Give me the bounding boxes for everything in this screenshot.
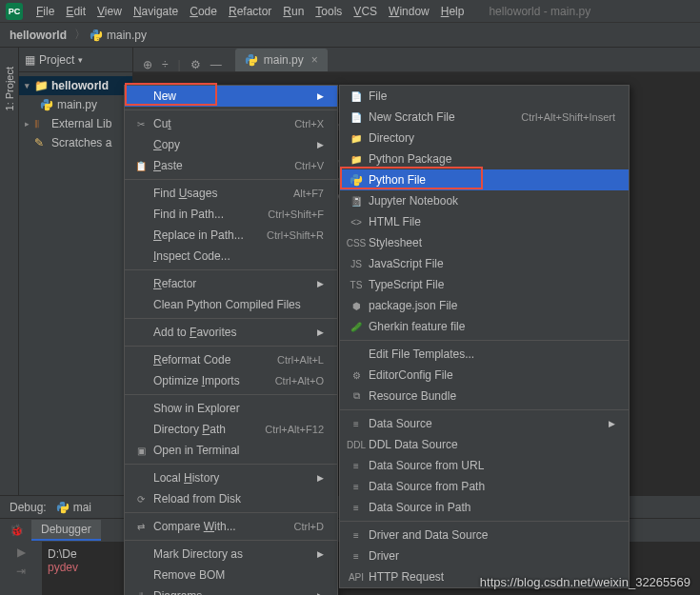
menu-item-new-scratch-file[interactable]: 📄New Scratch FileCtrl+Alt+Shift+Insert xyxy=(340,107,629,128)
pkg-icon: ⬢ xyxy=(348,301,365,311)
editorconfig-icon: ⚙ xyxy=(348,370,365,381)
scratch-icon: 📄 xyxy=(348,112,365,123)
python-icon xyxy=(40,98,53,111)
target-icon[interactable]: ⊕ xyxy=(143,58,152,71)
diagram-icon: ⫴ xyxy=(132,590,150,595)
menu-item-refactor[interactable]: Refactor▶ xyxy=(125,273,337,294)
menu-item-javascript-file[interactable]: JSJavaScript File xyxy=(340,253,629,274)
menu-item-new[interactable]: New▶ xyxy=(125,86,337,107)
menu-item-directory[interactable]: 📁Directory xyxy=(340,128,629,149)
menu-code[interactable]: Code xyxy=(184,5,223,18)
menu-help[interactable]: Help xyxy=(435,5,470,18)
menu-refactor[interactable]: Refactor xyxy=(223,5,277,18)
menu-item-reload-from-disk[interactable]: ⟳Reload from Disk xyxy=(125,488,337,509)
menu-edit[interactable]: Edit xyxy=(60,5,91,18)
menu-file[interactable]: File xyxy=(30,5,60,18)
menu-item-python-package[interactable]: 📁Python Package xyxy=(340,149,629,169)
menu-item-data-source-in-path[interactable]: ≡Data Source in Path xyxy=(340,497,629,518)
menu-item-data-source-from-path[interactable]: ≡Data Source from Path xyxy=(340,476,629,497)
menubar: PC FileEditViewNavigateCodeRefactorRunTo… xyxy=(0,0,700,23)
folder-icon: 📁 xyxy=(348,133,365,144)
menu-window[interactable]: Window xyxy=(383,5,435,18)
side-tab-project[interactable]: 1: Project xyxy=(4,67,15,110)
db-icon: ≡ xyxy=(348,551,365,562)
menu-item-python-file[interactable]: Python File xyxy=(340,169,629,190)
python-icon xyxy=(245,53,258,67)
menu-view[interactable]: View xyxy=(91,5,128,18)
tree-root[interactable]: ▾ 📁 helloworld xyxy=(19,76,132,95)
menu-item-show-in-explorer[interactable]: Show in Explorer xyxy=(125,398,337,419)
chevron-right-icon: 〉 xyxy=(70,27,90,43)
step-icon[interactable]: ⇥ xyxy=(16,565,26,578)
reload-icon: ⟳ xyxy=(132,494,150,505)
gear-icon[interactable]: ⚙ xyxy=(190,58,201,71)
bug-icon[interactable]: 🐞 xyxy=(10,524,24,537)
menu-item-add-to-favorites[interactable]: Add to Favorites▶ xyxy=(125,322,337,343)
html-icon: <> xyxy=(348,217,365,228)
debug-title: Debug: xyxy=(10,501,47,514)
menu-item-package-json-file[interactable]: ⬢package.json File xyxy=(340,295,629,316)
menu-item-compare-with-[interactable]: ⇄Compare With...Ctrl+D xyxy=(125,516,337,537)
db-icon: ≡ xyxy=(348,482,365,492)
folder-icon: 📁 xyxy=(348,154,365,165)
tree-external-libs[interactable]: ▸ ⫴ External Lib xyxy=(19,114,132,133)
menu-item-data-source-from-url[interactable]: ≡Data Source from URL xyxy=(340,455,629,476)
menu-item-jupyter-notebook[interactable]: 📓Jupyter Notebook xyxy=(340,190,629,211)
library-icon: ⫴ xyxy=(34,117,48,130)
menu-item-mark-directory-as[interactable]: Mark Directory as▶ xyxy=(125,544,337,565)
project-tree: ▾ 📁 helloworld main.py ▸ ⫴ External Lib … xyxy=(19,72,132,156)
menu-item-local-history[interactable]: Local History▶ xyxy=(125,467,337,488)
menu-item-resource-bundle[interactable]: ⧉Resource Bundle xyxy=(340,386,629,407)
collapse-icon[interactable]: ÷ xyxy=(162,58,169,71)
menu-item-paste[interactable]: 📋PasteCtrl+V xyxy=(125,155,337,176)
menu-tools[interactable]: Tools xyxy=(310,5,348,18)
menu-item-edit-file-templates-[interactable]: Edit File Templates... xyxy=(340,344,629,365)
menu-vcs[interactable]: VCS xyxy=(348,5,383,18)
menu-item-driver[interactable]: ≡Driver xyxy=(340,545,629,566)
ts-icon: TS xyxy=(348,280,365,290)
menu-item-file[interactable]: 📄File xyxy=(340,86,629,107)
menu-item-typescript-file[interactable]: TSTypeScript File xyxy=(340,274,629,295)
bundle-icon: ⧉ xyxy=(348,390,365,402)
menu-item-clean-python-compiled-files[interactable]: Clean Python Compiled Files xyxy=(125,294,337,315)
menu-item-find-in-path-[interactable]: Find in Path...Ctrl+Shift+F xyxy=(125,204,337,225)
cut-icon: ✂ xyxy=(132,119,150,129)
debugger-tab[interactable]: Debugger xyxy=(31,520,101,541)
http-icon: API xyxy=(348,572,365,583)
menu-navigate[interactable]: Navigate xyxy=(128,5,184,18)
menu-item-optimize-imports[interactable]: Optimize ImportsCtrl+Alt+O xyxy=(125,370,337,391)
menu-item-directory-path[interactable]: Directory PathCtrl+Alt+F12 xyxy=(125,419,337,440)
compare-icon: ⇄ xyxy=(132,522,150,532)
debug-config[interactable]: mai xyxy=(73,501,91,514)
menu-item-driver-and-data-source[interactable]: ≡Driver and Data Source xyxy=(340,525,629,545)
menu-item-reformat-code[interactable]: Reformat CodeCtrl+Alt+L xyxy=(125,349,337,370)
menu-item-data-source[interactable]: ≡Data Source▶ xyxy=(340,413,629,434)
project-hint: helloworld - main.py xyxy=(489,5,590,18)
menu-item-diagrams[interactable]: ⫴Diagrams▶ xyxy=(125,585,337,595)
menu-item-html-file[interactable]: <>HTML File xyxy=(340,211,629,232)
breadcrumb-project[interactable]: helloworld xyxy=(10,29,70,42)
menu-item-replace-in-path-[interactable]: Replace in Path...Ctrl+Shift+R xyxy=(125,225,337,246)
breadcrumb-file[interactable]: main.py xyxy=(107,29,150,42)
new-submenu: 📄File📄New Scratch FileCtrl+Alt+Shift+Ins… xyxy=(339,85,630,588)
context-menu: New▶✂CutCtrl+XCopy▶📋PasteCtrl+VFind Usag… xyxy=(124,85,338,595)
tree-file[interactable]: main.py xyxy=(19,95,132,114)
menu-item-remove-bom[interactable]: Remove BOM xyxy=(125,565,337,585)
menu-item-editorconfig-file[interactable]: ⚙EditorConfig File xyxy=(340,365,629,386)
menu-item-open-in-terminal[interactable]: ▣Open in Terminal xyxy=(125,440,337,461)
editor-tab[interactable]: main.py × xyxy=(235,49,328,71)
menu-item-copy[interactable]: Copy▶ xyxy=(125,134,337,155)
tree-scratches[interactable]: ✎ Scratches a xyxy=(19,133,132,152)
menu-item-cut[interactable]: ✂CutCtrl+X xyxy=(125,113,337,134)
resume-icon[interactable]: ▶ xyxy=(17,545,26,559)
menu-item-find-usages[interactable]: Find UsagesAlt+F7 xyxy=(125,183,337,204)
ddl-icon: DDL xyxy=(348,440,365,450)
menu-run[interactable]: Run xyxy=(277,5,310,18)
menu-item-stylesheet[interactable]: CSSStylesheet xyxy=(340,232,629,253)
minimize-icon[interactable]: — xyxy=(210,58,222,71)
menu-item-gherkin-feature-file[interactable]: 🥒Gherkin feature file xyxy=(340,316,629,337)
js-icon: JS xyxy=(348,259,365,269)
close-icon[interactable]: × xyxy=(311,53,318,67)
menu-item-inspect-code-[interactable]: Inspect Code... xyxy=(125,246,337,267)
menu-item-ddl-data-source[interactable]: DDLDDL Data Source xyxy=(340,434,629,455)
